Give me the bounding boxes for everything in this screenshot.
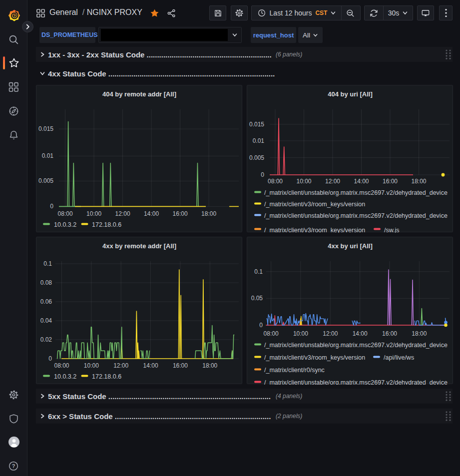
- svg-text:08:00: 08:00: [268, 178, 283, 185]
- svg-text:16:00: 16:00: [173, 362, 188, 369]
- svg-text:/sw.js: /sw.js: [384, 227, 400, 233]
- svg-text:0.02: 0.02: [40, 336, 52, 343]
- svg-text:?: ?: [12, 463, 15, 469]
- svg-text:0.05: 0.05: [251, 295, 263, 302]
- svg-text:14:00: 14:00: [354, 178, 369, 185]
- svg-text:404 by uri [All]: 404 by uri [All]: [328, 90, 373, 98]
- svg-text:14:00: 14:00: [353, 330, 368, 337]
- svg-text:4xx by remote addr [All]: 4xx by remote addr [All]: [102, 242, 176, 250]
- svg-text:0.01: 0.01: [42, 152, 54, 159]
- svg-text:172.18.0.6: 172.18.0.6: [92, 373, 121, 380]
- svg-text:16:00: 16:00: [382, 330, 397, 337]
- svg-text:14:00: 14:00: [144, 210, 159, 217]
- svg-text:0.005: 0.005: [249, 154, 264, 161]
- svg-text:/api/live/ws: /api/live/ws: [384, 354, 414, 361]
- svg-text:/_matrix/client/r0/sync: /_matrix/client/r0/sync: [264, 367, 325, 374]
- svg-text:0.005: 0.005: [38, 177, 53, 184]
- svg-text:4xx by uri [All]: 4xx by uri [All]: [328, 242, 373, 250]
- svg-text:0.015: 0.015: [38, 125, 53, 132]
- svg-text:/_matrix/client/v3/room_keys/v: /_matrix/client/v3/room_keys/version: [264, 227, 365, 233]
- svg-text:/_matrix/client/v3/room_keys/v: /_matrix/client/v3/room_keys/version: [264, 201, 365, 208]
- svg-text:/_matrix/client/unstable/org.m: /_matrix/client/unstable/org.matrix.msc2…: [264, 379, 448, 385]
- svg-text:/_matrix/client/unstable/org.m: /_matrix/client/unstable/org.matrix.msc2…: [264, 342, 448, 349]
- svg-text:12:00: 12:00: [113, 362, 128, 369]
- svg-text:10:00: 10:00: [84, 362, 99, 369]
- svg-text:08:00: 08:00: [58, 210, 73, 217]
- svg-text:0.04: 0.04: [40, 317, 52, 324]
- svg-text:16:00: 16:00: [383, 178, 398, 185]
- svg-text:0.1: 0.1: [254, 268, 263, 275]
- svg-text:0: 0: [259, 322, 263, 329]
- svg-text:0.01: 0.01: [253, 137, 265, 144]
- svg-text:08:00: 08:00: [54, 362, 69, 369]
- svg-text:18:00: 18:00: [202, 362, 217, 369]
- svg-text:/_matrix/client/v3/room_keys/v: /_matrix/client/v3/room_keys/version: [264, 354, 365, 361]
- svg-text:10.0.3.2: 10.0.3.2: [54, 373, 76, 380]
- svg-text:/_matrix/client/unstable/org.m: /_matrix/client/unstable/org.matrix.msc2…: [264, 189, 448, 196]
- svg-text:172.18.0.6: 172.18.0.6: [92, 221, 121, 228]
- svg-text:12:00: 12:00: [115, 210, 130, 217]
- svg-text:404 by remote addr [All]: 404 by remote addr [All]: [102, 90, 176, 98]
- svg-text:18:00: 18:00: [411, 178, 426, 185]
- svg-text:12:00: 12:00: [325, 178, 340, 185]
- svg-text:10:00: 10:00: [86, 210, 101, 217]
- svg-text:0.1: 0.1: [43, 260, 52, 267]
- svg-text:16:00: 16:00: [173, 210, 188, 217]
- svg-text:12:00: 12:00: [323, 330, 338, 337]
- svg-text:10:00: 10:00: [293, 330, 308, 337]
- svg-text:0.06: 0.06: [40, 298, 52, 305]
- svg-text:0.08: 0.08: [40, 279, 52, 286]
- svg-text:/_matrix/client/unstable/org.m: /_matrix/client/unstable/org.matrix.msc2…: [264, 212, 448, 219]
- svg-text:10:00: 10:00: [296, 178, 311, 185]
- svg-text:14:00: 14:00: [143, 362, 158, 369]
- svg-text:0.015: 0.015: [249, 121, 264, 128]
- svg-text:08:00: 08:00: [264, 330, 279, 337]
- svg-text:18:00: 18:00: [412, 330, 427, 337]
- svg-text:0: 0: [261, 171, 264, 178]
- svg-text:0: 0: [48, 355, 52, 362]
- svg-text:10.0.3.2: 10.0.3.2: [54, 221, 76, 228]
- svg-text:0: 0: [50, 203, 53, 210]
- svg-text:18:00: 18:00: [201, 210, 216, 217]
